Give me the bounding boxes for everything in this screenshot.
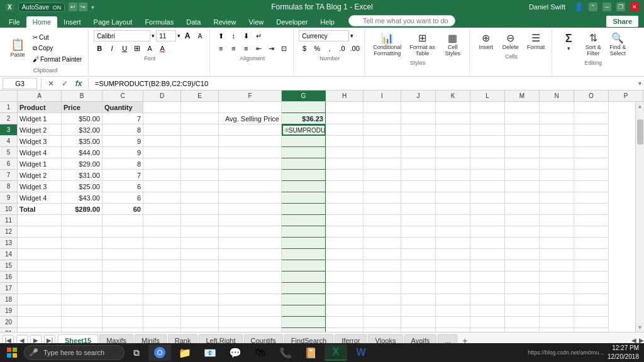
cell-h1[interactable] [326,102,364,113]
cell-f9[interactable] [219,192,282,204]
col-header-b[interactable]: B [62,90,103,101]
cell-g5[interactable] [282,147,326,158]
cell-l3[interactable] [470,124,505,136]
cell-n3[interactable] [540,124,574,136]
cell-f6[interactable] [219,158,282,170]
cell-g7[interactable] [282,170,326,181]
taskbar-app-files[interactable]: 📁 [174,344,196,361]
cell-d1[interactable] [143,102,181,113]
bold-button[interactable]: B [94,43,105,54]
cell-m8[interactable] [505,181,540,192]
cell-c9[interactable]: 6 [103,192,143,204]
cell-j4[interactable] [401,136,436,147]
tab-developer[interactable]: Developer [270,16,314,28]
align-left-button[interactable]: ≡ [215,43,226,54]
tab-help[interactable]: Help [314,16,341,28]
cell-a2[interactable]: Widget 1 [18,113,62,124]
cell-n4[interactable] [540,136,574,147]
cell-d8[interactable] [143,181,181,192]
cell-g9[interactable] [282,192,326,204]
restore-button[interactable]: ❐ [616,3,625,11]
cell-b7[interactable]: $31.00 [62,170,103,181]
conditional-formatting-button[interactable]: 📊 ConditionalFormatting [370,30,404,58]
tab-page-layout[interactable]: Page Layout [87,16,139,28]
cell-h8[interactable] [326,181,364,192]
cell-o1[interactable] [574,102,609,113]
cell-e1[interactable] [181,102,219,113]
cell-n8[interactable] [540,181,574,192]
cell-a8[interactable]: Widget 3 [18,181,62,192]
cell-l7[interactable] [470,170,505,181]
cell-g2[interactable]: $36.23 [282,113,326,124]
row-header-3[interactable]: 3 [0,124,17,136]
number-format-dropdown-icon[interactable]: ▾ [350,33,353,39]
col-header-e[interactable]: E [181,90,219,101]
ribbon-collapse-button[interactable]: ⌃ [589,3,597,11]
font-name-dropdown-icon[interactable]: ▾ [152,33,155,39]
cell-m4[interactable] [505,136,540,147]
wrap-text-button[interactable]: ↵ [253,30,264,41]
italic-button[interactable]: I [106,43,118,54]
cell-f8[interactable] [219,181,282,192]
cell-b1[interactable]: Price [62,102,103,113]
row-header-12[interactable]: 12 [0,226,17,238]
cell-l4[interactable] [470,136,505,147]
cell-k4[interactable] [436,136,470,147]
cell-n2[interactable] [540,113,574,124]
font-size-input[interactable] [156,30,176,41]
cell-n7[interactable] [540,170,574,181]
cell-g4[interactable] [282,136,326,147]
cell-i1[interactable] [364,102,401,113]
row-header-4[interactable]: 4 [0,136,17,147]
taskbar-app-onenote[interactable]: 📔 [299,344,322,361]
cell-a10[interactable]: Total [18,204,62,215]
cell-a6[interactable]: Widget 1 [18,158,62,170]
borders-button[interactable]: ⊞ [131,43,143,54]
tab-data[interactable]: Data [180,16,207,28]
cell-c2[interactable]: 7 [103,113,143,124]
cell-a1[interactable]: Product [18,102,62,113]
cell-k10[interactable] [436,204,470,215]
row-header-10[interactable]: 10 [0,204,17,215]
account-icon[interactable]: 👤 [574,3,584,11]
row-header-6[interactable]: 6 [0,158,17,170]
row-header-16[interactable]: 16 [0,272,17,283]
cell-k9[interactable] [436,192,470,204]
cell-e3[interactable] [181,124,219,136]
taskbar-app-store[interactable]: 🛍 [249,344,272,361]
col-header-g[interactable]: G [282,90,326,101]
cell-c4[interactable]: 9 [103,136,143,147]
taskbar-search-area[interactable]: 🎤 Type here to search [24,345,125,360]
cell-m5[interactable] [505,147,540,158]
cell-i3[interactable] [364,124,401,136]
font-name-input[interactable] [94,30,150,41]
task-view-button[interactable]: ⧉ [127,344,146,361]
cancel-icon[interactable]: ✕ [45,78,57,89]
taskbar-app-word[interactable]: W [350,344,372,361]
close-button[interactable]: ✕ [630,3,639,11]
col-header-f[interactable]: F [219,90,282,101]
fill-color-button[interactable]: A [144,43,155,54]
cell-a7[interactable]: Widget 2 [18,170,62,181]
cell-d3[interactable] [143,124,181,136]
row-header-14[interactable]: 14 [0,249,17,260]
confirm-icon[interactable]: ✓ [59,78,70,89]
col-header-i[interactable]: I [364,90,401,101]
cell-f10[interactable] [219,204,282,215]
col-header-d[interactable]: D [143,90,181,101]
row-header-9[interactable]: 9 [0,192,17,204]
cell-l1[interactable] [470,102,505,113]
align-right-button[interactable]: ≡ [240,43,252,54]
cell-h5[interactable] [326,147,364,158]
cell-k7[interactable] [436,170,470,181]
taskbar-app-teams[interactable]: 💬 [224,344,247,361]
row-header-11[interactable]: 11 [0,215,17,226]
start-button[interactable] [3,344,21,361]
cell-j6[interactable] [401,158,436,170]
cell-f5[interactable] [219,147,282,158]
tab-review[interactable]: Review [207,16,242,28]
cell-d9[interactable] [143,192,181,204]
cell-k5[interactable] [436,147,470,158]
row-header-18[interactable]: 18 [0,294,17,305]
autosave-badge[interactable]: AutoSave ON [18,3,65,12]
